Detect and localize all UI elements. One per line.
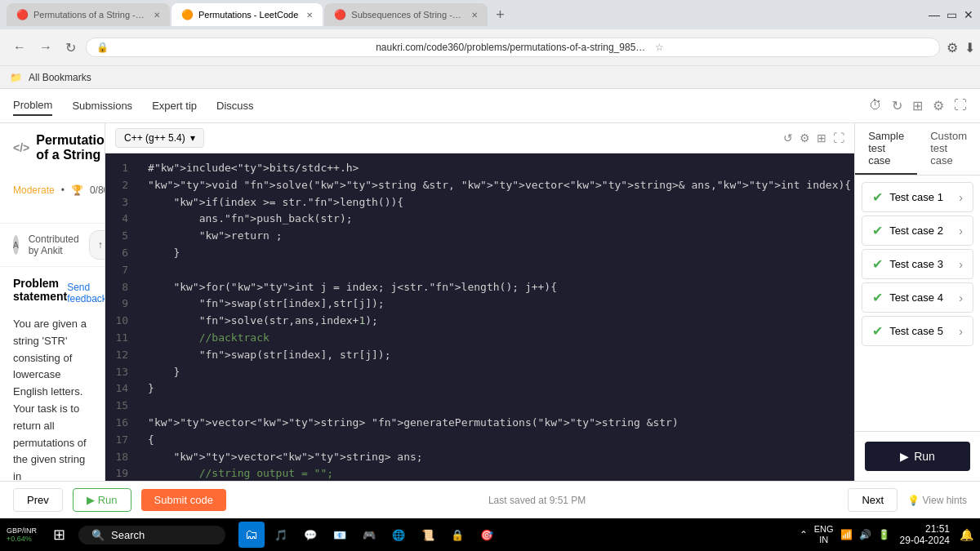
- browser-tab-2[interactable]: 🟠 Permutations - LeetCode ✕: [172, 3, 323, 26]
- restore-icon[interactable]: ▭: [947, 8, 957, 21]
- taskbar-search-box[interactable]: 🔍 Search: [78, 526, 225, 544]
- editor-header: C++ (g++ 5.4) ▾ ↺ ⚙ ⊞ ⛶: [105, 123, 854, 153]
- tab2-close-icon[interactable]: ✕: [306, 11, 313, 20]
- test-case-check-icon: ✔: [872, 189, 883, 205]
- next-button[interactable]: Next: [848, 488, 898, 512]
- play-icon: ▶: [900, 450, 909, 463]
- taskbar-app-apps2[interactable]: 🌐: [385, 522, 412, 548]
- tab-sample-test[interactable]: Sample test case: [855, 123, 917, 175]
- minimize-icon[interactable]: —: [929, 8, 940, 21]
- nav-submissions[interactable]: Submissions: [72, 96, 132, 115]
- refresh-icon[interactable]: ↻: [892, 98, 902, 113]
- taskbar-app-chat[interactable]: 💬: [297, 522, 323, 548]
- test-case-item-1[interactable]: ✔ Test case 1 ›: [862, 182, 973, 212]
- hints-label: View hints: [923, 495, 967, 506]
- test-case-item-3[interactable]: ✔ Test case 3 ›: [862, 249, 973, 279]
- test-tabs: Sample test case Custom test case: [855, 123, 980, 176]
- browser-tab-1[interactable]: 🔴 Permutations of a String - Nau ✕: [7, 3, 170, 26]
- start-button[interactable]: ⊞: [47, 522, 72, 547]
- url-input[interactable]: 🔒 naukri.com/code360/problems/permutatio…: [86, 38, 940, 57]
- upvote-button[interactable]: ↑ 77 upvotes: [89, 230, 105, 260]
- back-button[interactable]: ←: [10, 37, 29, 58]
- dropdown-arrow-icon: ▾: [190, 132, 195, 144]
- wifi-icon[interactable]: 📶: [840, 529, 853, 540]
- editor-settings-icon[interactable]: ⚙: [800, 131, 810, 144]
- taskbar-app-explorer[interactable]: 🗂: [238, 522, 265, 548]
- taskbar-right: ⌃ ENGIN 📶 🔊 🔋 21:51 29-04-2024 🔔: [800, 523, 973, 546]
- editor-tools: ↺ ⚙ ⊞ ⛶: [783, 131, 844, 144]
- taskbar-apps: 🗂 🎵 💬 📧 🎮 🌐 📜 🔒 🎯: [238, 522, 500, 548]
- download-icon[interactable]: ⬇: [964, 40, 975, 56]
- browser-tab-3[interactable]: 🔴 Subsequences of String - Nau ✕: [324, 3, 488, 26]
- tab-custom-test[interactable]: Custom test case: [917, 123, 980, 175]
- bookmark-star-icon[interactable]: ☆: [655, 42, 929, 53]
- chevron-up-icon[interactable]: ⌃: [800, 529, 808, 540]
- new-tab-button[interactable]: +: [489, 7, 511, 24]
- test-case-label: Test case 3: [889, 258, 943, 270]
- notification-icon[interactable]: 🔔: [960, 528, 973, 541]
- browser-toolbar: ⚙ ⬇ A: [947, 38, 980, 57]
- code-content[interactable]: #"kw">include<"ty">bits/stdc++.h>"kw">"t…: [138, 153, 854, 481]
- tab3-label: Subsequences of String - Nau: [351, 10, 463, 20]
- tab3-favicon: 🔴: [334, 9, 346, 20]
- tab2-favicon: 🟠: [181, 9, 194, 20]
- problem-text-1: You are given a string 'STR' consisting …: [13, 316, 91, 481]
- tab1-close-icon[interactable]: ✕: [154, 11, 160, 20]
- bookmarks-label[interactable]: All Bookmarks: [29, 72, 91, 83]
- upvote-arrow-icon: ↑: [98, 239, 103, 251]
- test-case-label: Test case 1: [889, 191, 943, 203]
- lang-indicator: ENGIN: [814, 524, 834, 545]
- hints-button[interactable]: 💡 View hints: [907, 495, 967, 506]
- stock-widget: GBP/INR +0.64%: [7, 527, 37, 543]
- problem-meta: Moderate • 🏆 0/80 • Average time to solv…: [13, 167, 91, 213]
- reload-button[interactable]: ↻: [62, 37, 79, 59]
- code-editor-panel: C++ (g++ 5.4) ▾ ↺ ⚙ ⊞ ⛶ 1234567891011121…: [105, 123, 854, 481]
- test-case-item-4[interactable]: ✔ Test case 4 ›: [862, 282, 973, 313]
- lang-label: C++ (g++ 5.4): [124, 132, 185, 144]
- volume-icon[interactable]: 🔊: [859, 529, 871, 540]
- close-icon[interactable]: ✕: [964, 8, 973, 21]
- tab1-label: Permutations of a String - Nau: [33, 10, 145, 20]
- timer-icon[interactable]: ⏱: [869, 98, 882, 113]
- test-case-check-icon: ✔: [872, 223, 883, 238]
- settings-icon[interactable]: ⚙: [933, 98, 944, 113]
- nav-expert-tip[interactable]: Expert tip: [152, 96, 197, 115]
- reset-code-icon[interactable]: ↺: [783, 131, 793, 144]
- score-value: 0/80: [90, 184, 105, 196]
- prev-button[interactable]: Prev: [13, 488, 63, 512]
- extensions-icon[interactable]: ⚙: [947, 40, 958, 56]
- taskbar-app-apps3[interactable]: 📜: [415, 522, 441, 548]
- fullscreen-code-icon[interactable]: ⛶: [833, 131, 844, 144]
- url-text: naukri.com/code360/problems/permutations…: [376, 42, 650, 53]
- grid-icon[interactable]: ⊞: [912, 98, 923, 113]
- submit-button[interactable]: Submit code: [141, 489, 226, 511]
- forward-button[interactable]: →: [36, 37, 56, 58]
- send-feedback-link[interactable]: Send feedback: [67, 282, 105, 304]
- taskbar-app-mail[interactable]: 📧: [327, 522, 353, 548]
- run-code-button[interactable]: ▶ Run: [73, 488, 131, 512]
- language-selector[interactable]: C++ (g++ 5.4) ▾: [115, 128, 204, 148]
- nav-problem[interactable]: Problem: [13, 96, 52, 116]
- layout-icon[interactable]: ⊞: [817, 131, 826, 144]
- problem-navigation: Problem Submissions Expert tip Discuss ⏱…: [0, 89, 980, 123]
- chevron-right-icon: ›: [959, 325, 963, 338]
- taskbar-app-apps1[interactable]: 🎮: [356, 522, 382, 548]
- expand-icon[interactable]: ⛶: [954, 98, 967, 113]
- test-case-item-2[interactable]: ✔ Test case 2 ›: [862, 216, 973, 246]
- tab3-close-icon[interactable]: ✕: [471, 11, 478, 20]
- test-case-check-icon: ✔: [872, 290, 883, 305]
- nav-discuss[interactable]: Discuss: [216, 96, 254, 115]
- taskbar-app-music[interactable]: 🎵: [268, 522, 294, 548]
- run-button[interactable]: ▶ Run: [865, 442, 970, 471]
- taskbar-app-apps4[interactable]: 🔒: [444, 522, 470, 548]
- tab-bar: 🔴 Permutations of a String - Nau ✕ 🟠 Per…: [0, 0, 980, 29]
- run-play-icon: ▶: [87, 494, 95, 506]
- run-button-panel: ▶ Run: [855, 431, 980, 481]
- taskbar-app-apps5[interactable]: 🎯: [474, 522, 500, 548]
- test-case-item-5[interactable]: ✔ Test case 5 ›: [862, 316, 973, 346]
- battery-icon[interactable]: 🔋: [878, 529, 890, 540]
- lightbulb-icon: 💡: [907, 495, 920, 506]
- search-placeholder: Search: [111, 529, 145, 541]
- date-display: 29-04-2024: [900, 535, 950, 546]
- code-editor[interactable]: 123456789101112131415161718192021222324 …: [105, 153, 854, 481]
